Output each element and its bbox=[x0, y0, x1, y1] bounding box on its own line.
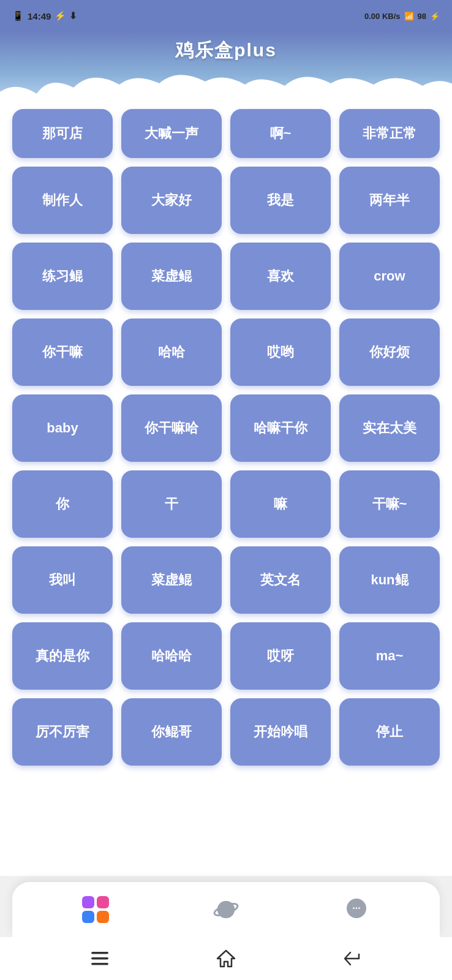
btn-ah[interactable]: 啊~ bbox=[230, 109, 331, 158]
btn-aiyou[interactable]: 哎哟 bbox=[230, 318, 331, 386]
btn-tingzhi[interactable]: 停止 bbox=[339, 698, 440, 766]
svg-rect-7 bbox=[91, 957, 108, 960]
btn-ganma-tilde[interactable]: 干嘛~ bbox=[339, 470, 440, 538]
btn-kun-kun[interactable]: kun鲲 bbox=[339, 546, 440, 614]
button-grid: 制作人 大家好 我是 两年半 练习鲲 菜虚鲲 喜欢 crow 你干嘛 哈哈 bbox=[12, 167, 440, 766]
btn-ma-tilde[interactable]: ma~ bbox=[339, 622, 440, 690]
status-time: 14:49 bbox=[28, 11, 51, 21]
status-icons: ⚡ ⬇ bbox=[55, 10, 77, 21]
status-left: 📱 14:49 ⚡ ⬇ bbox=[12, 10, 77, 21]
btn-hahaha[interactable]: 哈哈哈 bbox=[121, 622, 222, 690]
btn-caixukun[interactable]: 菜虚鲲 bbox=[121, 243, 222, 310]
btn-dahan[interactable]: 大喊一声 bbox=[121, 109, 222, 158]
status-data: 0.00 KB/s bbox=[364, 12, 401, 21]
btn-aiya[interactable]: 哎呀 bbox=[230, 622, 331, 690]
chat-icon: ··· bbox=[343, 896, 370, 923]
btn-zhendeshini[interactable]: 真的是你 bbox=[12, 622, 113, 690]
btn-ni[interactable]: 你 bbox=[12, 470, 113, 538]
btn-lianxi-kun[interactable]: 练习鲲 bbox=[12, 243, 113, 310]
btn-nikunge[interactable]: 你鲲哥 bbox=[121, 698, 222, 766]
nav-planet[interactable] bbox=[208, 891, 244, 928]
planet-icon bbox=[213, 896, 239, 923]
status-battery: 98 bbox=[418, 12, 426, 21]
back-icon bbox=[343, 951, 361, 967]
btn-liangnianban[interactable]: 两年半 bbox=[339, 167, 440, 234]
system-home-button[interactable] bbox=[214, 946, 238, 971]
btn-ma[interactable]: 嘛 bbox=[230, 470, 331, 538]
svg-text:···: ··· bbox=[352, 903, 360, 913]
svg-point-2 bbox=[217, 901, 235, 918]
status-charge-icon: ⚡ bbox=[430, 12, 440, 21]
svg-rect-8 bbox=[91, 963, 108, 965]
btn-feichang[interactable]: 非常正常 bbox=[339, 109, 440, 158]
btn-caixukun2[interactable]: 菜虚鲲 bbox=[121, 546, 222, 614]
status-wifi-icon: 📶 bbox=[404, 12, 414, 21]
btn-crow[interactable]: crow bbox=[339, 243, 440, 310]
btn-hamagnini[interactable]: 哈嘛干你 bbox=[230, 394, 331, 462]
btn-niganmaha[interactable]: 你干嘛哈 bbox=[121, 394, 222, 462]
btn-nihaofan[interactable]: 你好烦 bbox=[339, 318, 440, 386]
svg-marker-9 bbox=[217, 951, 235, 967]
nav-chat[interactable]: ··· bbox=[338, 891, 375, 928]
main-content: 那可店 大喊一声 啊~ 非常正常 制作人 大家好 我是 两年半 练习鲲 bbox=[0, 103, 452, 876]
apps-icon bbox=[82, 896, 109, 923]
system-menu-button[interactable] bbox=[88, 946, 112, 971]
home-icon bbox=[216, 949, 236, 968]
status-right: 0.00 KB/s 📶 98 ⚡ bbox=[364, 12, 440, 21]
btn-kaishiyinchang[interactable]: 开始吟唱 bbox=[230, 698, 331, 766]
system-nav bbox=[0, 937, 452, 980]
bottom-nav: ··· bbox=[12, 882, 440, 937]
partial-row: 那可店 大喊一声 啊~ 非常正常 bbox=[12, 109, 440, 158]
status-bar: 📱 14:49 ⚡ ⬇ 0.00 KB/s 📶 98 ⚡ bbox=[0, 0, 452, 32]
btn-haha[interactable]: 哈哈 bbox=[121, 318, 222, 386]
btn-niganma[interactable]: 你干嘛 bbox=[12, 318, 113, 386]
btn-baby[interactable]: baby bbox=[12, 394, 113, 462]
header: 鸡乐盒plus bbox=[0, 32, 452, 103]
btn-nake-dian[interactable]: 那可店 bbox=[12, 109, 113, 158]
btn-shizaitaimei[interactable]: 实在太美 bbox=[339, 394, 440, 462]
btn-woshi[interactable]: 我是 bbox=[230, 167, 331, 234]
svg-rect-6 bbox=[91, 952, 108, 954]
app-title: 鸡乐盒plus bbox=[0, 38, 452, 69]
btn-wojiao[interactable]: 我叫 bbox=[12, 546, 113, 614]
btn-zhizuoren[interactable]: 制作人 bbox=[12, 167, 113, 234]
status-sim-icon: 📱 bbox=[12, 10, 24, 21]
menu-icon bbox=[91, 952, 108, 965]
btn-libulihao[interactable]: 厉不厉害 bbox=[12, 698, 113, 766]
btn-dajiahao[interactable]: 大家好 bbox=[121, 167, 222, 234]
system-back-button[interactable] bbox=[340, 946, 364, 971]
nav-apps[interactable] bbox=[77, 891, 114, 928]
btn-xihuan[interactable]: 喜欢 bbox=[230, 243, 331, 310]
btn-yingwenming[interactable]: 英文名 bbox=[230, 546, 331, 614]
btn-gan[interactable]: 干 bbox=[121, 470, 222, 538]
